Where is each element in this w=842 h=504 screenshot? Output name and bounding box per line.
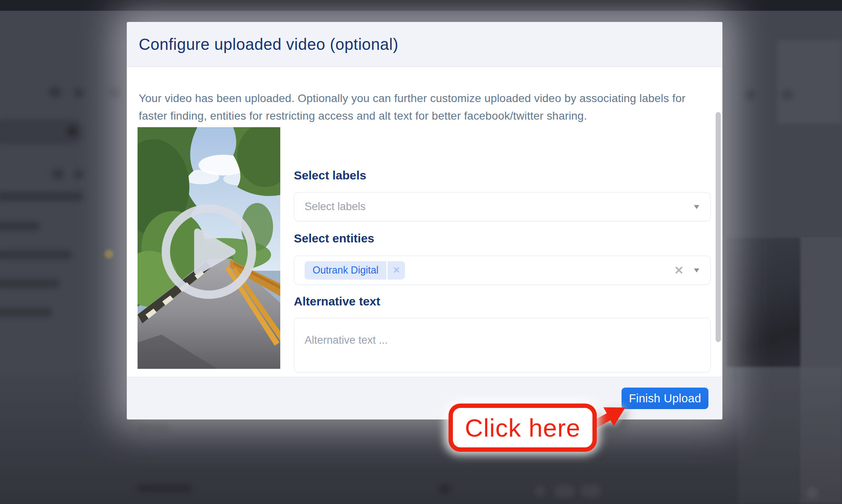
background-player-control [554, 485, 575, 498]
labels-placeholder: Select labels [305, 201, 366, 213]
entities-select[interactable]: Outrank Digital ✕ ✕ ▼ [294, 256, 711, 285]
modal-body: Your video has been uploaded. Optionally… [127, 67, 722, 377]
screen: Configure uploaded video (optional) Your… [0, 0, 842, 504]
modal-header: Configure uploaded video (optional) [127, 22, 722, 67]
background-topbar [0, 0, 842, 11]
modal-title: Configure uploaded video (optional) [139, 35, 398, 53]
background-sidebar-row [0, 222, 40, 230]
alt-text-field-label: Alternative text [294, 295, 380, 308]
background-sidebar-row [0, 250, 72, 259]
background-player-control [580, 485, 601, 498]
background-video-thumbnail [727, 238, 800, 367]
background-text-row [138, 423, 169, 431]
background-icon-blob [439, 484, 450, 494]
background-icon-blob [52, 169, 64, 179]
background-player-control [534, 486, 545, 497]
clear-selection-icon[interactable]: ✕ [674, 264, 684, 277]
chevron-down-icon: ▼ [692, 203, 701, 211]
alt-text-input[interactable]: Alternative text ... [294, 318, 711, 372]
chevron-down-icon: ▼ [692, 266, 701, 274]
background-sidebar-row [0, 279, 60, 288]
background-icon-blob [782, 90, 793, 100]
background-icon-blob [74, 170, 84, 179]
video-preview[interactable] [138, 127, 280, 369]
entities-field-label: Select entities [294, 232, 374, 245]
background-searchbar [0, 120, 83, 144]
background-video-card [738, 367, 842, 504]
labels-field-label: Select labels [294, 169, 366, 182]
background-search-icon [67, 126, 77, 136]
background-right-strip [777, 40, 842, 124]
alt-text-placeholder: Alternative text ... [305, 334, 388, 346]
modal-scrollbar-thumb[interactable] [716, 112, 721, 342]
background-text-row [138, 485, 191, 492]
background-player-control [806, 487, 818, 499]
background-icon-blob [110, 88, 121, 97]
background-icon-blob [745, 90, 755, 100]
background-icon-blob [74, 89, 84, 97]
background-sidebar-row [0, 308, 52, 317]
entity-chip: Outrank Digital [305, 261, 386, 280]
modal-description: Your video has been uploaded. Optionally… [139, 90, 705, 125]
configure-video-modal: Configure uploaded video (optional) Your… [127, 22, 722, 419]
click-here-callout: Click here [449, 404, 597, 452]
background-icon-blob [49, 87, 61, 97]
chip-remove-icon[interactable]: ✕ [388, 261, 405, 280]
background-status-dot [104, 250, 113, 258]
click-here-label: Click here [465, 413, 580, 442]
labels-select[interactable]: Select labels ▼ [294, 192, 711, 221]
entity-chip-group: Outrank Digital ✕ [305, 261, 405, 280]
video-preview-art [138, 127, 280, 369]
background-sidebar-row [0, 192, 84, 201]
background-right-panel [800, 237, 842, 504]
